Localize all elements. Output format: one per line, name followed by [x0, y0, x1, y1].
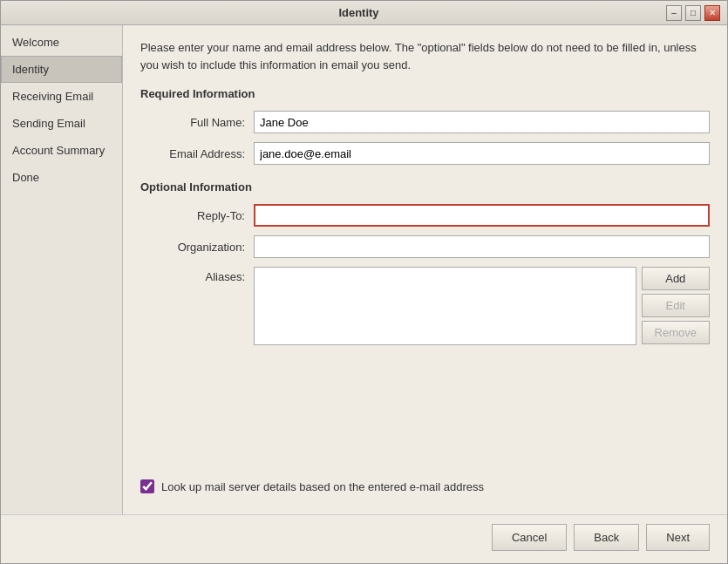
organization-label: Organization:: [140, 241, 254, 254]
optional-section-title: Optional Information: [140, 180, 710, 194]
full-name-input[interactable]: [254, 111, 710, 133]
aliases-buttons: Add Edit Remove: [642, 267, 710, 345]
sidebar-item-identity[interactable]: Identity: [1, 56, 122, 83]
minimize-button[interactable]: –: [666, 5, 682, 21]
lookup-checkbox-row: Look up mail server details based on the…: [140, 479, 710, 493]
add-alias-button[interactable]: Add: [642, 267, 710, 290]
full-name-row: Full Name:: [140, 111, 710, 133]
titlebar: Identity – □ ✕: [1, 1, 727, 25]
lookup-checkbox-label: Look up mail server details based on the…: [161, 480, 484, 493]
maximize-button[interactable]: □: [685, 5, 701, 21]
optional-section: Optional Information Reply-To: Organizat…: [140, 180, 710, 354]
sidebar-item-account-summary[interactable]: Account Summary: [1, 137, 122, 164]
email-address-label: Email Address:: [140, 147, 254, 160]
aliases-row: Aliases: Add Edit Remove: [140, 267, 710, 345]
reply-to-input[interactable]: [254, 204, 710, 227]
titlebar-controls: – □ ✕: [666, 5, 720, 21]
aliases-container: Add Edit Remove: [254, 267, 710, 345]
full-name-label: Full Name:: [140, 116, 254, 129]
aliases-listbox[interactable]: [254, 267, 636, 345]
window-title: Identity: [51, 6, 666, 19]
email-address-row: Email Address:: [140, 142, 710, 165]
back-button[interactable]: Back: [574, 524, 639, 551]
sidebar-item-sending-email[interactable]: Sending Email: [1, 110, 122, 137]
sidebar-item-receiving-email[interactable]: Receiving Email: [1, 83, 122, 110]
email-address-input[interactable]: [254, 142, 710, 165]
sidebar-item-done[interactable]: Done: [1, 164, 122, 191]
lookup-checkbox[interactable]: [140, 479, 154, 493]
content-area: Welcome Identity Receiving Email Sending…: [1, 25, 727, 514]
window: Identity – □ ✕ Welcome Identity Receivin…: [0, 0, 728, 564]
reply-to-label: Reply-To:: [140, 209, 254, 222]
cancel-button[interactable]: Cancel: [492, 524, 567, 551]
aliases-label: Aliases:: [140, 267, 254, 283]
remove-alias-button[interactable]: Remove: [642, 321, 710, 344]
description-text: Please enter your name and email address…: [140, 39, 710, 73]
sidebar: Welcome Identity Receiving Email Sending…: [1, 25, 123, 514]
required-section-title: Required Information: [140, 87, 710, 100]
close-button[interactable]: ✕: [704, 5, 720, 21]
main-panel: Please enter your name and email address…: [123, 25, 727, 514]
next-button[interactable]: Next: [646, 524, 710, 551]
sidebar-item-welcome[interactable]: Welcome: [1, 29, 122, 56]
reply-to-row: Reply-To:: [140, 204, 710, 227]
edit-alias-button[interactable]: Edit: [642, 294, 710, 317]
organization-input[interactable]: [254, 235, 710, 258]
footer: Cancel Back Next: [1, 514, 727, 563]
organization-row: Organization:: [140, 235, 710, 258]
